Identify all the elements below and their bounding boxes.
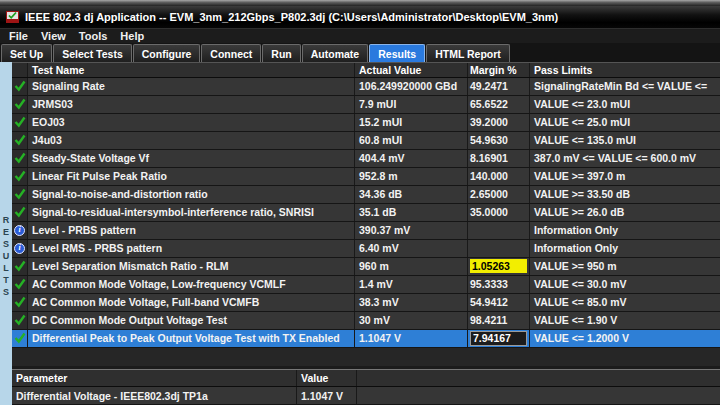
test-name-cell: AC Common Mode Voltage, Full-band VCMFB bbox=[28, 294, 355, 311]
test-name-cell: Level - PRBS pattern bbox=[28, 222, 355, 239]
margin-cell: 1.05263 bbox=[468, 258, 530, 275]
pass-check-icon bbox=[14, 170, 26, 182]
results-strip-letter: R bbox=[3, 214, 10, 226]
table-row[interactable]: JRMS037.9 mUI65.6522VALUE <= 23.0 mUI bbox=[12, 96, 720, 114]
test-name-cell: EOJ03 bbox=[28, 114, 355, 131]
test-name-cell: Differential Peak to Peak Output Voltage… bbox=[28, 330, 355, 347]
table-row[interactable]: Differential Peak to Peak Output Voltage… bbox=[12, 330, 720, 348]
tab-configure[interactable]: Configure bbox=[133, 44, 201, 62]
pass-check-icon bbox=[14, 152, 26, 164]
table-row[interactable]: iLevel RMS - PRBS pattern6.40 mVInformat… bbox=[12, 240, 720, 258]
actual-value-cell: 1.1047 V bbox=[355, 330, 468, 347]
table-row[interactable]: Signaling Rate106.249920000 GBd49.2471Si… bbox=[12, 78, 720, 96]
results-vertical-strip[interactable]: RESULTS bbox=[0, 62, 12, 405]
table-row[interactable]: AC Common Mode Voltage, Low-frequency VC… bbox=[12, 276, 720, 294]
menu-tools[interactable]: Tools bbox=[79, 30, 108, 42]
status-cell bbox=[12, 78, 28, 95]
margin-cell: 2.65000 bbox=[468, 186, 530, 203]
pass-limits-cell: VALUE <= 25.0 mUI bbox=[530, 114, 720, 131]
test-name-cell: JRMS03 bbox=[28, 96, 355, 113]
actual-value-cell: 960 m bbox=[355, 258, 468, 275]
status-cell bbox=[12, 312, 28, 329]
margin-focus-cell: 7.94167 bbox=[470, 331, 527, 346]
status-cell bbox=[12, 204, 28, 221]
status-cell bbox=[12, 114, 28, 131]
margin-cell: 140.000 bbox=[468, 168, 530, 185]
details-header-spacer bbox=[357, 370, 720, 386]
table-row[interactable]: Steady-State Voltage Vf404.4 mV8.1690138… bbox=[12, 150, 720, 168]
pass-limits-cell: VALUE <= 85.0 mV bbox=[530, 294, 720, 311]
info-icon: i bbox=[14, 225, 25, 236]
table-row[interactable]: AC Common Mode Voltage, Full-band VCMFB3… bbox=[12, 294, 720, 312]
actual-value-cell: 952.8 m bbox=[355, 168, 468, 185]
margin-cell: 95.3333 bbox=[468, 276, 530, 293]
pass-limits-cell: 387.0 mV <= VALUE <= 600.0 mV bbox=[530, 150, 720, 167]
tab-run[interactable]: Run bbox=[262, 44, 300, 62]
actual-value-cell: 404.4 mV bbox=[355, 150, 468, 167]
margin-value: 140.000 bbox=[470, 170, 508, 182]
test-name-column-header: Test Name bbox=[28, 63, 355, 77]
tab-select-tests[interactable]: Select Tests bbox=[53, 44, 132, 62]
status-cell bbox=[12, 330, 28, 347]
margin-value: 65.6522 bbox=[470, 98, 508, 110]
margin-value: 35.0000 bbox=[470, 206, 508, 218]
test-name-cell: Linear Fit Pulse Peak Ratio bbox=[28, 168, 355, 185]
results-strip-letter: S bbox=[3, 286, 9, 298]
margin-value: 49.2471 bbox=[470, 80, 508, 92]
tab-automate[interactable]: Automate bbox=[302, 44, 368, 62]
status-cell bbox=[12, 150, 28, 167]
actual-value-cell: 35.1 dB bbox=[355, 204, 468, 221]
tab-html-report[interactable]: HTML Report bbox=[426, 44, 510, 62]
margin-cell: 39.2000 bbox=[468, 114, 530, 131]
title-bar[interactable]: IEEE 802.3 dj Application -- EVM_3nm_212… bbox=[0, 6, 720, 28]
test-name-cell: Signaling Rate bbox=[28, 78, 355, 95]
content-area: RESULTS Test Name Actual Value Margin % … bbox=[0, 62, 720, 405]
table-row[interactable]: Linear Fit Pulse Peak Ratio952.8 m140.00… bbox=[12, 168, 720, 186]
actual-value-cell: 6.40 mV bbox=[355, 240, 468, 257]
table-row[interactable]: Signal-to-residual-intersymbol-interfere… bbox=[12, 204, 720, 222]
parameter-row-spacer bbox=[357, 387, 720, 404]
margin-cell: 7.94167 bbox=[468, 330, 530, 347]
pass-check-icon bbox=[14, 206, 26, 218]
tab-results[interactable]: Results bbox=[369, 44, 425, 62]
pass-limits-cell: VALUE >= 33.50 dB bbox=[530, 186, 720, 203]
pass-check-icon bbox=[14, 188, 26, 200]
actual-value-cell: 34.36 dB bbox=[355, 186, 468, 203]
margin-cell: 49.2471 bbox=[468, 78, 530, 95]
status-cell: i bbox=[12, 240, 28, 257]
parameter-column-header: Parameter bbox=[12, 370, 297, 386]
window-title: IEEE 802.3 dj Application -- EVM_3nm_212… bbox=[25, 11, 558, 23]
margin-cell: 98.4211 bbox=[468, 312, 530, 329]
margin-cell bbox=[468, 240, 530, 257]
results-strip-letter: S bbox=[3, 238, 9, 250]
details-table-body: Differential Voltage - IEEE802.3dj TP1a1… bbox=[12, 387, 720, 405]
results-strip-letter: E bbox=[3, 226, 9, 238]
margin-cell: 54.9630 bbox=[468, 132, 530, 149]
table-row[interactable]: Level Separation Mismatch Ratio - RLM960… bbox=[12, 258, 720, 276]
table-row[interactable]: Signal-to-noise-and-distortion ratio34.3… bbox=[12, 186, 720, 204]
menu-help[interactable]: Help bbox=[120, 30, 144, 42]
tab-set-up[interactable]: Set Up bbox=[1, 44, 52, 62]
actual-value-cell: 38.3 mV bbox=[355, 294, 468, 311]
pass-limits-cell: VALUE >= 26.0 dB bbox=[530, 204, 720, 221]
margin-cell: 8.16901 bbox=[468, 150, 530, 167]
margin-cell: 54.9412 bbox=[468, 294, 530, 311]
pass-check-icon bbox=[14, 260, 26, 272]
status-cell bbox=[12, 186, 28, 203]
margin-value: 39.2000 bbox=[470, 116, 508, 128]
menu-view[interactable]: View bbox=[41, 30, 66, 42]
table-row[interactable]: iLevel - PRBS pattern390.37 mVInformatio… bbox=[12, 222, 720, 240]
pass-limits-cell: SignalingRateMin Bd <= VALUE <= bbox=[530, 78, 720, 95]
table-row[interactable]: EOJ0315.2 mUI39.2000VALUE <= 25.0 mUI bbox=[12, 114, 720, 132]
pass-limits-cell: VALUE <= 135.0 mUI bbox=[530, 132, 720, 149]
parameter-row[interactable]: Differential Voltage - IEEE802.3dj TP1a1… bbox=[12, 387, 720, 405]
test-name-cell: AC Common Mode Voltage, Low-frequency VC… bbox=[28, 276, 355, 293]
actual-value-cell: 15.2 mUI bbox=[355, 114, 468, 131]
table-row[interactable]: DC Common Mode Output Voltage Test30 mV9… bbox=[12, 312, 720, 330]
menu-file[interactable]: File bbox=[9, 30, 28, 42]
actual-value-cell: 1.4 mV bbox=[355, 276, 468, 293]
tab-connect[interactable]: Connect bbox=[201, 44, 261, 62]
table-row[interactable]: J4u0360.8 mUI54.9630VALUE <= 135.0 mUI bbox=[12, 132, 720, 150]
pass-check-icon bbox=[14, 296, 26, 308]
status-column-header bbox=[12, 63, 28, 77]
